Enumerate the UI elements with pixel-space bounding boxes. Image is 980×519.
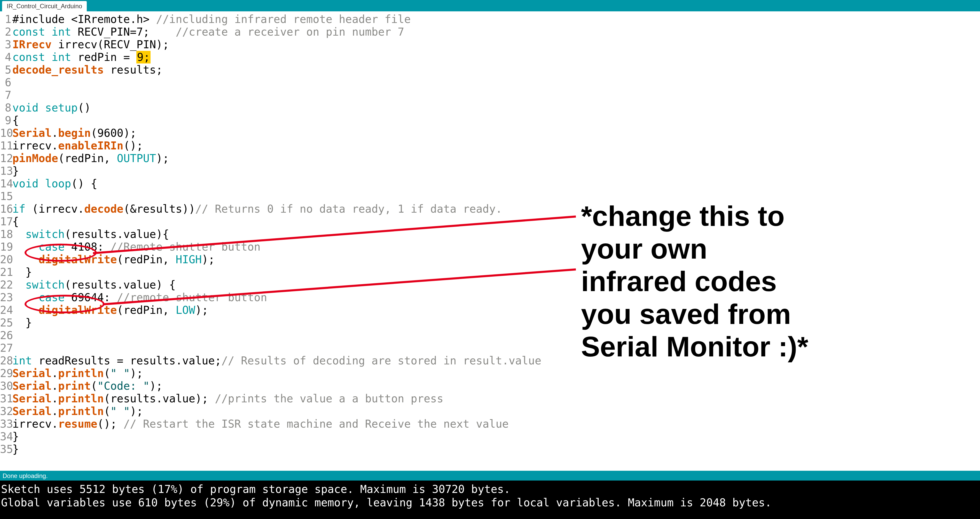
code-line[interactable]: } — [13, 165, 980, 177]
code-line[interactable]: } — [13, 266, 980, 278]
code-line[interactable]: void loop() { — [13, 177, 980, 190]
code-line[interactable]: switch(results.value) { — [13, 278, 980, 291]
code-line[interactable]: int readResults = results.value;// Resul… — [13, 354, 980, 367]
code-line[interactable] — [13, 329, 980, 342]
status-bar: Done uploading. — [0, 471, 980, 481]
code-line[interactable]: irrecv.enableIRIn(); — [13, 140, 980, 152]
code-line[interactable] — [13, 342, 980, 354]
console-line: Sketch uses 5512 bytes (17%) of program … — [1, 482, 979, 496]
code-line[interactable]: { — [13, 215, 980, 228]
code-line[interactable]: void setup() — [13, 102, 980, 114]
code-line[interactable]: } — [13, 443, 980, 456]
code-line[interactable]: { — [13, 114, 980, 127]
code-area[interactable]: #include <IRremote.h> //including infrar… — [13, 11, 980, 471]
code-line[interactable]: const int RECV_PIN=7; //create a receive… — [13, 25, 980, 38]
console-line: Global variables use 610 bytes (29%) of … — [1, 496, 979, 509]
output-console[interactable]: Sketch uses 5512 bytes (17%) of program … — [0, 481, 980, 519]
file-tab[interactable]: IR_Control_Circuit_Arduino — [2, 1, 87, 11]
code-line[interactable] — [13, 190, 980, 203]
code-line[interactable]: Serial.println(" "); — [13, 367, 980, 379]
code-line[interactable]: pinMode(redPin, OUTPUT); — [13, 152, 980, 165]
code-line[interactable]: case 4108: //Remote shutter button — [13, 241, 980, 253]
code-line[interactable]: decode_results results; — [13, 63, 980, 76]
code-line[interactable]: IRrecv irrecv(RECV_PIN); — [13, 38, 980, 51]
code-line[interactable] — [13, 76, 980, 89]
code-line[interactable]: digitalWrite(redPin, LOW); — [13, 304, 980, 316]
code-line[interactable]: digitalWrite(redPin, HIGH); — [13, 253, 980, 266]
editor[interactable]: 1234567891011121314151617181920212223242… — [0, 11, 980, 471]
code-line[interactable]: Serial.print("Code: "); — [13, 379, 980, 392]
code-line[interactable]: switch(results.value){ — [13, 228, 980, 241]
code-line[interactable]: #include <IRremote.h> //including infrar… — [13, 13, 980, 25]
code-line[interactable] — [13, 89, 980, 102]
code-line[interactable]: const int redPin = 9; — [13, 51, 980, 63]
code-line[interactable]: if (irrecv.decode(&results))// Returns 0… — [13, 203, 980, 215]
line-numbers: 1234567891011121314151617181920212223242… — [0, 11, 13, 471]
code-line[interactable]: Serial.println(results.value); //prints … — [13, 392, 980, 405]
code-line[interactable]: irrecv.resume(); // Restart the ISR stat… — [13, 417, 980, 430]
code-line[interactable]: Serial.begin(9600); — [13, 127, 980, 140]
code-line[interactable]: } — [13, 316, 980, 329]
code-line[interactable]: } — [13, 430, 980, 443]
code-line[interactable]: case 69644: //remote shutter button — [13, 291, 980, 304]
code-line[interactable]: Serial.println(" "); — [13, 405, 980, 417]
title-bar — [0, 0, 980, 11]
